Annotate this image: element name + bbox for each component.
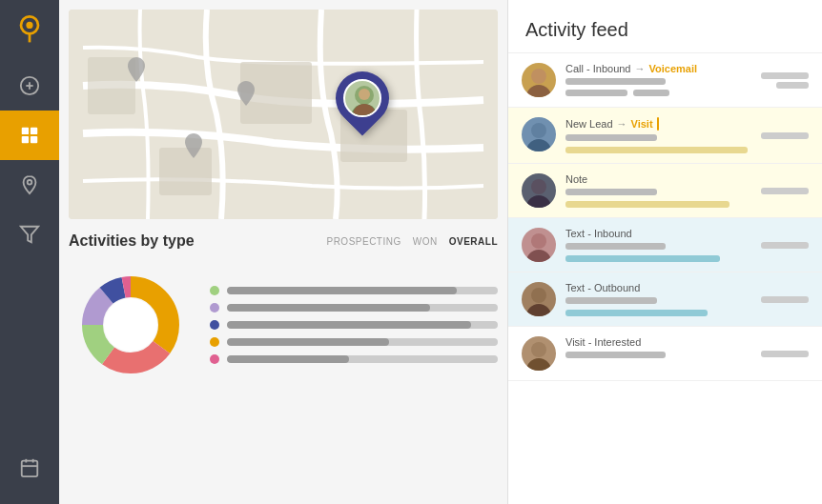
map-pin-small-3 (236, 81, 257, 111)
feed-item-5-title: Text - Outbound (565, 282, 748, 293)
legend-item-2 (210, 303, 498, 312)
feed-item-2-title: New Lead → Visit (565, 117, 748, 131)
feed-content-1: Call - Inbound → Voicemail (565, 63, 748, 97)
legend-bar-fill-2 (227, 304, 430, 312)
feed-item-4-title: Text - Inbound (565, 228, 748, 239)
logo-icon[interactable] (12, 11, 47, 46)
tab-overall[interactable]: OVERALL (449, 236, 498, 247)
sidebar-item-filter[interactable] (0, 210, 59, 259)
map-pin-main (336, 71, 389, 125)
svg-point-30 (104, 298, 157, 352)
legend-dot-4 (210, 337, 219, 347)
activities-title: Activities by type (69, 232, 195, 250)
feed-list: Call - Inbound → Voicemail (508, 53, 822, 504)
svg-rect-9 (31, 136, 37, 143)
svg-point-34 (526, 139, 551, 151)
svg-rect-8 (22, 136, 29, 143)
legend-dot-1 (210, 286, 219, 295)
legend-dot-5 (210, 354, 219, 364)
arrow-icon-2: → (617, 118, 627, 130)
time-indicator-2 (657, 117, 659, 131)
left-panel: Activities by type PROSPECTING WON OVERA… (59, 0, 507, 504)
feed-item-3: Note (508, 164, 822, 218)
feed-avatar-1 (522, 63, 556, 97)
sidebar-item-dashboard[interactable] (0, 111, 59, 160)
feed-item-1-title: Call - Inbound → Voicemail (565, 63, 748, 74)
svg-point-32 (526, 85, 551, 97)
legend-bar-fill-5 (227, 355, 349, 363)
activity-feed-panel: Activity feed Call - Inbound → (507, 0, 822, 504)
feed-item-2: New Lead → Visit (508, 108, 822, 164)
legend-bar-1 (227, 287, 498, 294)
legend-item-3 (210, 320, 498, 330)
svg-point-36 (526, 195, 551, 208)
legend-bar-fill-1 (227, 287, 457, 294)
svg-point-22 (359, 89, 370, 100)
feed-bars-1 (565, 78, 748, 96)
svg-point-33 (531, 123, 546, 138)
feed-title: Activity feed (508, 0, 822, 53)
feed-content-5: Text - Outbound (565, 282, 748, 316)
legend-dot-3 (210, 320, 219, 330)
feed-content-3: Note (565, 173, 748, 208)
feed-item-1: Call - Inbound → Voicemail (508, 53, 822, 108)
legend-bar-4 (227, 338, 498, 346)
legend-item-5 (210, 354, 498, 364)
svg-point-39 (531, 288, 546, 303)
legend-bar-3 (227, 321, 498, 329)
main-content: Activities by type PROSPECTING WON OVERA… (59, 0, 822, 504)
svg-point-35 (531, 179, 546, 194)
legend-bar-2 (227, 304, 498, 312)
feed-item-3-title: Note (565, 173, 748, 185)
feed-item-4: Text - Inbound (508, 218, 822, 272)
svg-point-31 (531, 69, 546, 84)
sidebar-item-location[interactable] (0, 160, 59, 210)
svg-rect-7 (31, 128, 37, 134)
tab-prospecting[interactable]: PROSPECTING (326, 236, 401, 247)
map-pin-small-1 (126, 57, 147, 88)
legend-item-1 (210, 286, 498, 295)
svg-point-1 (26, 22, 32, 29)
feed-avatar-4 (522, 228, 556, 262)
svg-marker-11 (21, 227, 38, 243)
svg-point-23 (353, 104, 376, 117)
feed-bars-5 (565, 297, 748, 316)
svg-point-38 (526, 250, 551, 262)
feed-avatar-5 (522, 282, 556, 316)
feed-bars-4 (565, 243, 748, 262)
svg-point-40 (526, 304, 551, 316)
legend-dot-2 (210, 303, 219, 312)
map-pin-small-2 (183, 133, 204, 164)
feed-item-6: Visit - Interested (508, 327, 822, 381)
feed-item-6-title: Visit - Interested (565, 336, 748, 348)
svg-point-41 (531, 342, 546, 357)
legend-bar-fill-4 (227, 338, 389, 346)
feed-bars-3 (565, 189, 748, 208)
svg-rect-6 (22, 128, 29, 134)
tab-won[interactable]: WON (413, 236, 438, 247)
feed-avatar-6 (522, 336, 556, 371)
feed-item-5: Text - Outbound (508, 272, 822, 327)
legend-item-4 (210, 337, 498, 347)
feed-avatar-3 (522, 173, 556, 208)
svg-point-10 (28, 180, 32, 185)
feed-bars-2 (565, 134, 748, 153)
feed-content-2: New Lead → Visit (565, 117, 748, 153)
feed-avatar-2 (522, 117, 556, 151)
legend-bar-5 (227, 355, 498, 363)
feed-content-6: Visit - Interested (565, 336, 748, 371)
chart-area (69, 263, 498, 387)
content-area: Activities by type PROSPECTING WON OVERA… (59, 0, 822, 504)
sidebar-item-add[interactable] (0, 61, 59, 111)
donut-chart (69, 263, 193, 387)
legend-bar-fill-3 (227, 321, 471, 329)
feed-content-4: Text - Inbound (565, 228, 748, 262)
svg-point-42 (526, 358, 551, 371)
legend-bars (210, 286, 498, 364)
activities-section: Activities by type PROSPECTING WON OVERA… (59, 219, 507, 504)
svg-rect-12 (22, 461, 38, 477)
svg-point-37 (531, 233, 546, 249)
sidebar (0, 0, 59, 504)
sidebar-item-calendar[interactable] (0, 443, 59, 493)
activities-header: Activities by type PROSPECTING WON OVERA… (69, 232, 498, 250)
